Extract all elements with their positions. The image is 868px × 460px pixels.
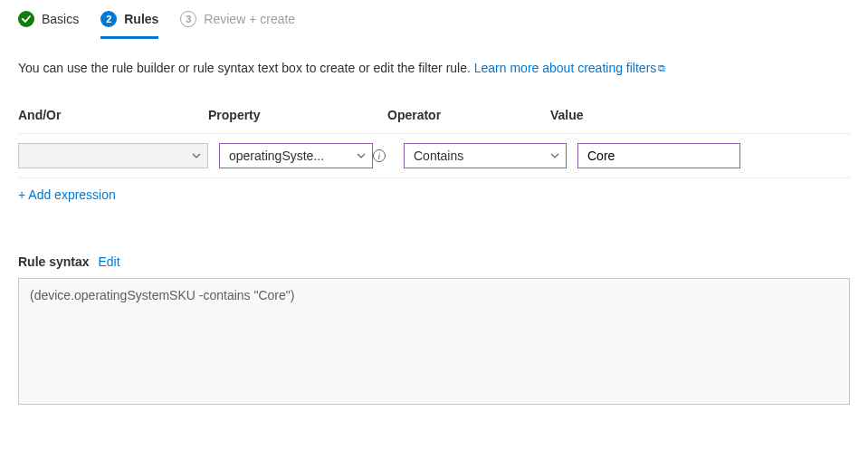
rule-syntax-box: (device.operatingSystemSKU -contains "Co… [18,278,850,405]
external-link-icon: ⧉ [658,62,665,73]
operator-dropdown[interactable]: Contains [404,143,567,168]
col-header-andor: And/Or [18,108,208,122]
tab-rules[interactable]: 2 Rules [100,7,158,39]
step-number-icon: 2 [100,11,117,27]
check-circle-icon [18,11,34,27]
rule-builder-table: And/Or Property Operator Value operating… [18,101,850,211]
info-text-prefix: You can use the rule builder or rule syn… [18,61,474,75]
col-header-operator: Operator [387,108,550,122]
info-icon[interactable]: i [373,149,386,162]
add-expression-button[interactable]: + Add expression [18,178,850,211]
rule-syntax-heading: Rule syntax Edit [18,254,850,269]
col-header-value: Value [550,108,713,122]
tab-basics[interactable]: Basics [18,7,79,39]
tab-basics-label: Basics [42,12,79,26]
rule-syntax-label: Rule syntax [18,254,90,269]
col-header-property: Property [208,108,387,122]
chevron-down-icon [549,150,560,161]
rule-header-row: And/Or Property Operator Value [18,101,850,134]
learn-more-link[interactable]: Learn more about creating filters⧉ [474,61,666,75]
operator-value: Contains [414,149,463,163]
tab-review-create[interactable]: 3 Review + create [180,7,295,39]
value-input[interactable] [577,143,740,168]
tab-rules-label: Rules [124,12,158,26]
chevron-down-icon [356,150,367,161]
edit-link[interactable]: Edit [98,254,119,269]
info-text: You can use the rule builder or rule syn… [18,61,850,75]
wizard-tabs: Basics 2 Rules 3 Review + create [18,0,850,46]
property-dropdown[interactable]: operatingSyste... [219,143,373,168]
chevron-down-icon [191,150,202,161]
step-number-icon: 3 [180,11,196,27]
property-value: operatingSyste... [229,149,324,163]
tab-review-label: Review + create [204,12,295,26]
andor-dropdown [18,143,208,168]
rule-syntax-value: (device.operatingSystemSKU -contains "Co… [30,288,294,302]
rule-row: operatingSyste... i Contains [18,134,850,178]
